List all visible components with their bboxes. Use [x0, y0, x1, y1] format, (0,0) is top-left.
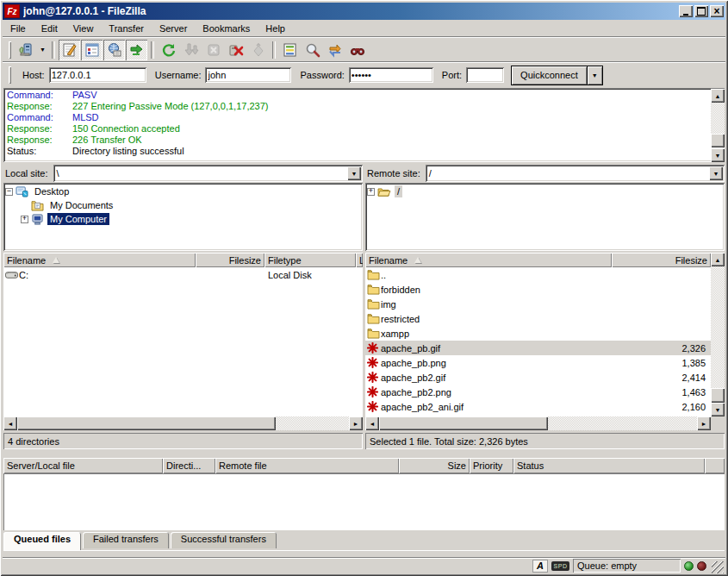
tree-item-root[interactable]: /: [367, 185, 723, 198]
scroll-thumb[interactable]: [17, 416, 276, 430]
column-direction[interactable]: Directi...: [163, 458, 215, 473]
scroll-track[interactable]: [276, 416, 349, 430]
collapse-icon[interactable]: [5, 188, 13, 196]
menu-file[interactable]: File: [3, 22, 34, 35]
process-queue-button[interactable]: [180, 40, 202, 60]
scroll-track[interactable]: [711, 266, 725, 388]
scroll-thumb[interactable]: [379, 416, 548, 430]
file-row-selected[interactable]: apache_pb.gif 2,326: [365, 341, 711, 355]
toolbar-separator: [52, 41, 55, 59]
file-row[interactable]: xampp: [365, 326, 711, 341]
toggle-local-tree-button[interactable]: [81, 40, 103, 60]
column-status[interactable]: Status: [513, 458, 705, 473]
minimize-button[interactable]: [679, 5, 693, 17]
remote-site-combo[interactable]: / ▼: [426, 165, 725, 182]
scroll-left-icon[interactable]: ◄: [365, 416, 379, 430]
cancel-button[interactable]: [202, 40, 224, 60]
tree-item-my-documents[interactable]: My Documents: [21, 198, 361, 212]
scroll-up-icon[interactable]: ▲: [711, 89, 725, 103]
resize-grip[interactable]: [712, 561, 724, 573]
file-row[interactable]: restricted: [365, 311, 711, 326]
port-input[interactable]: [466, 67, 504, 83]
disconnect-button[interactable]: [225, 40, 246, 60]
scroll-right-icon[interactable]: ►: [349, 416, 363, 430]
scroll-track[interactable]: [711, 103, 725, 134]
quickconnect-dropdown[interactable]: ▼: [588, 66, 603, 85]
menu-view[interactable]: View: [65, 22, 102, 35]
file-name: ..: [381, 270, 616, 280]
toggle-log-button[interactable]: [59, 40, 80, 60]
site-manager-button[interactable]: [15, 40, 36, 60]
file-row[interactable]: apache_pb.png 1,385: [365, 355, 711, 370]
ascii-datatype-icon: A: [532, 560, 548, 573]
scroll-down-icon[interactable]: ▼: [711, 403, 725, 416]
remote-vscrollbar[interactable]: ▲ ▼: [711, 253, 725, 416]
close-button[interactable]: [710, 5, 724, 17]
file-row[interactable]: apache_pb2.gif 2,414: [365, 370, 711, 385]
titlebar[interactable]: Fz john@127.0.0.1 - FileZilla: [3, 3, 725, 20]
scroll-thumb[interactable]: [711, 134, 725, 147]
file-row-c-drive[interactable]: C: Local Disk: [3, 267, 363, 282]
scroll-up-icon[interactable]: ▲: [711, 253, 725, 266]
disconnect-icon: [228, 42, 244, 58]
column-empty[interactable]: [705, 458, 725, 473]
maximize-button[interactable]: [694, 5, 708, 17]
expand-icon[interactable]: [21, 216, 28, 223]
local-hscrollbar[interactable]: ◄ ►: [3, 416, 363, 430]
tree-item-my-computer[interactable]: My Computer: [21, 212, 361, 226]
scroll-down-icon[interactable]: ▼: [711, 148, 725, 162]
tree-item-desktop[interactable]: Desktop: [5, 185, 361, 198]
toggle-queue-button[interactable]: [126, 40, 147, 60]
menu-server[interactable]: Server: [152, 22, 195, 35]
find-files-button[interactable]: [346, 40, 368, 60]
queue-list[interactable]: [3, 473, 725, 530]
file-row[interactable]: forbidden: [365, 282, 711, 297]
remote-site-dropdown[interactable]: ▼: [709, 166, 723, 180]
toggle-remote-tree-button[interactable]: [103, 40, 125, 60]
username-input[interactable]: [205, 67, 291, 83]
file-row[interactable]: ..: [365, 267, 711, 282]
column-server-local-file[interactable]: Server/Local file: [3, 458, 163, 473]
column-filetype[interactable]: Filetype: [264, 253, 356, 267]
filter-button[interactable]: [279, 40, 301, 60]
column-priority[interactable]: Priority: [470, 458, 513, 473]
file-row[interactable]: img: [365, 297, 711, 311]
log-label: Response:: [7, 123, 72, 135]
log-scrollbar[interactable]: ▲ ▼: [711, 89, 725, 162]
compare-button[interactable]: [302, 40, 323, 60]
menu-transfer[interactable]: Transfer: [101, 22, 152, 35]
column-size[interactable]: Size: [399, 458, 470, 473]
menu-edit[interactable]: Edit: [34, 22, 65, 35]
file-row[interactable]: apache_pb2.png 1,463: [365, 385, 711, 399]
scroll-right-icon[interactable]: ►: [697, 416, 711, 430]
sync-browsing-button[interactable]: [324, 40, 345, 60]
column-remote-file[interactable]: Remote file: [215, 458, 399, 473]
toolbar-gripper[interactable]: [9, 41, 11, 59]
refresh-button[interactable]: [158, 40, 179, 60]
file-row[interactable]: apache_pb2_ani.gif 2,160: [365, 399, 711, 414]
local-site-dropdown[interactable]: ▼: [347, 166, 361, 180]
scroll-left-icon[interactable]: ◄: [3, 416, 17, 430]
host-input[interactable]: [49, 67, 146, 83]
local-site-combo[interactable]: \ ▼: [53, 165, 363, 182]
site-manager-dropdown[interactable]: ▼: [37, 40, 48, 60]
scroll-thumb[interactable]: [711, 388, 725, 403]
tab-failed-transfers[interactable]: Failed transfers: [83, 532, 169, 548]
remote-hscrollbar[interactable]: ◄ ►: [365, 416, 711, 430]
quickconnect-button[interactable]: Quickconnect: [511, 66, 588, 85]
expand-icon[interactable]: [367, 188, 375, 196]
password-input[interactable]: [349, 67, 433, 83]
quickconnect-gripper[interactable]: [9, 66, 11, 84]
menu-bookmarks[interactable]: Bookmarks: [195, 22, 258, 35]
column-filesize[interactable]: Filesize: [196, 253, 264, 267]
tab-successful-transfers[interactable]: Successful transfers: [171, 532, 277, 548]
menu-help[interactable]: Help: [258, 22, 293, 35]
scroll-track[interactable]: [548, 416, 697, 430]
column-filename[interactable]: Filename: [365, 253, 612, 267]
column-filename[interactable]: Filename: [3, 253, 196, 267]
column-lastmodified[interactable]: L: [356, 253, 363, 267]
tab-queued-files[interactable]: Queued files: [3, 532, 81, 550]
column-filesize[interactable]: Filesize: [612, 253, 711, 267]
reconnect-button[interactable]: [247, 40, 269, 60]
folder-icon: [365, 313, 381, 324]
